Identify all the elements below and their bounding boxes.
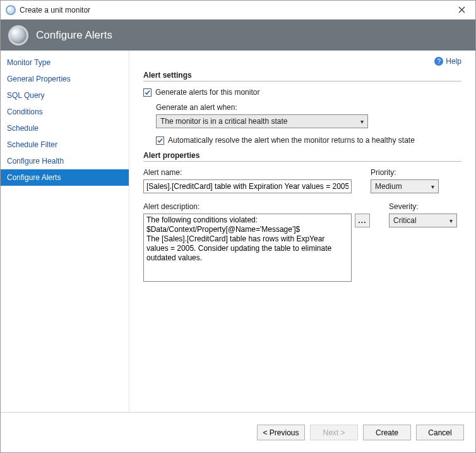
alert-name-input[interactable] — [143, 179, 352, 193]
banner-icon — [8, 25, 28, 45]
banner: Configure Alerts — [1, 20, 475, 51]
cancel-button[interactable]: Cancel — [416, 425, 464, 440]
alert-properties-heading: Alert properties — [143, 151, 461, 162]
priority-label: Priority: — [371, 168, 443, 177]
auto-resolve-checkbox[interactable] — [156, 136, 164, 145]
auto-resolve-row: Automatically resolve the alert when the… — [156, 136, 461, 145]
alert-description-textarea[interactable] — [143, 214, 352, 282]
previous-button[interactable]: < Previous — [257, 425, 305, 440]
description-severity-row: Alert description: ... Severity: Critica… — [143, 202, 461, 282]
generate-alerts-row: Generate alerts for this monitor — [143, 88, 461, 97]
window-title: Create a unit monitor — [20, 6, 448, 15]
sidebar-item-monitor-type[interactable]: Monitor Type — [1, 54, 129, 71]
close-button[interactable] — [448, 1, 475, 20]
main-panel: ? Help Alert settings Generate alerts fo… — [129, 51, 475, 412]
sidebar-item-schedule-filter[interactable]: Schedule Filter — [1, 136, 129, 153]
next-button: Next > — [310, 425, 358, 440]
name-priority-row: Alert name: Priority: Medium ▾ — [143, 168, 461, 193]
titlebar: Create a unit monitor — [1, 1, 475, 20]
wizard-footer: < Previous Next > Create Cancel — [1, 412, 475, 452]
banner-heading: Configure Alerts — [36, 29, 112, 42]
sidebar-item-conditions[interactable]: Conditions — [1, 104, 129, 120]
app-icon — [6, 5, 16, 15]
sidebar-item-sql-query[interactable]: SQL Query — [1, 87, 129, 104]
ellipsis-icon: ... — [358, 216, 366, 225]
alert-settings-heading: Alert settings — [143, 71, 461, 82]
check-icon — [157, 137, 164, 144]
help-row: ? Help — [143, 57, 461, 66]
generate-when-value: The monitor is in a critical health stat… — [160, 117, 287, 126]
wizard-body: Monitor Type General Properties SQL Quer… — [1, 51, 475, 412]
sidebar: Monitor Type General Properties SQL Quer… — [1, 51, 129, 412]
generate-alerts-checkbox[interactable] — [143, 88, 152, 97]
severity-select[interactable]: Critical ▾ — [389, 214, 457, 227]
create-button[interactable]: Create — [363, 425, 411, 440]
chevron-down-icon: ▾ — [431, 183, 434, 190]
alert-description-label: Alert description: — [143, 202, 370, 211]
generate-when-group: Generate an alert when: The monitor is i… — [156, 103, 461, 128]
sidebar-item-configure-alerts[interactable]: Configure Alerts — [1, 169, 129, 186]
help-link[interactable]: Help — [446, 57, 461, 66]
severity-label: Severity: — [389, 202, 461, 211]
priority-value: Medium — [375, 182, 402, 191]
description-browse-button[interactable]: ... — [355, 214, 370, 227]
severity-value: Critical — [393, 216, 417, 225]
close-icon — [458, 6, 465, 13]
help-icon: ? — [434, 57, 443, 66]
auto-resolve-label: Automatically resolve the alert when the… — [168, 136, 415, 145]
sidebar-item-configure-health[interactable]: Configure Health — [1, 153, 129, 169]
generate-when-select[interactable]: The monitor is in a critical health stat… — [156, 114, 368, 128]
chevron-down-icon: ▾ — [360, 118, 364, 125]
chevron-down-icon: ▾ — [449, 217, 453, 224]
generate-when-label: Generate an alert when: — [156, 103, 461, 112]
priority-select[interactable]: Medium ▾ — [371, 179, 439, 193]
check-icon — [144, 89, 151, 96]
alert-name-label: Alert name: — [143, 168, 352, 177]
generate-alerts-label: Generate alerts for this monitor — [155, 88, 259, 97]
sidebar-item-schedule[interactable]: Schedule — [1, 120, 129, 136]
sidebar-item-general-properties[interactable]: General Properties — [1, 71, 129, 87]
